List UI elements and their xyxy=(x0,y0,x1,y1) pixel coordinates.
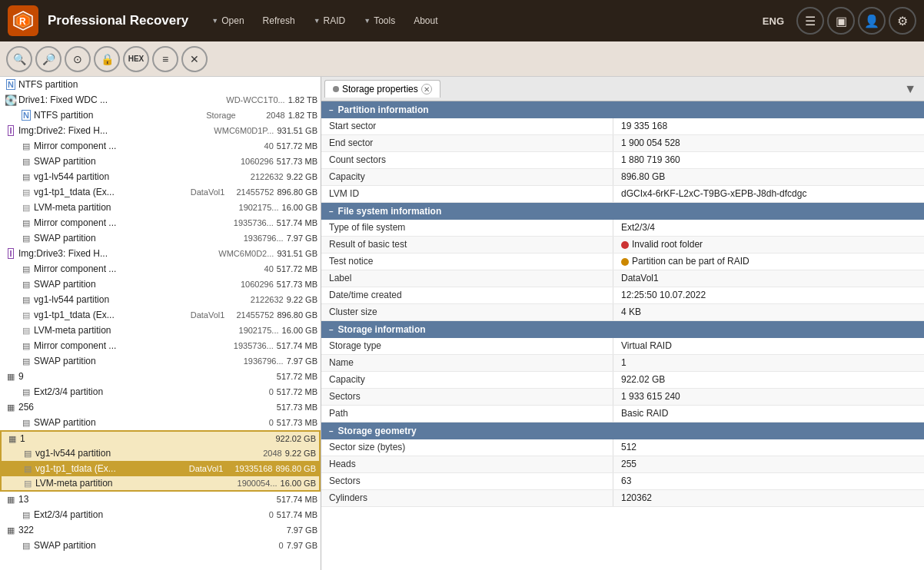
menu-refresh[interactable]: Refresh xyxy=(255,11,303,31)
section-title: File system information xyxy=(338,206,442,217)
tree-item-size: 517.74 MB xyxy=(277,341,317,350)
tree-item-size: 7.97 GB xyxy=(287,541,317,550)
tree-item[interactable]: ▤Mirror component ...1935736...517.74 MB xyxy=(0,338,321,353)
tree-item[interactable]: ▤vg1-lv544 partition20489.22 GB xyxy=(0,446,321,461)
tree-item[interactable]: ▤vg1-tp1_tdata (Ex...DataVol119335168896… xyxy=(0,461,321,476)
prop-row: Cluster size4 KB xyxy=(321,304,924,321)
prop-row: Name1 xyxy=(321,355,924,372)
prop-row: Capacity922.02 GB xyxy=(321,372,924,389)
section-header[interactable]: –File system information xyxy=(321,203,924,220)
tree-item[interactable]: ▤vg1-tp1_tdata (Ex...DataVol121455752896… xyxy=(0,184,321,200)
tree-item-label: LVM-meta partition xyxy=(34,202,230,213)
section-toggle[interactable]: – xyxy=(329,207,334,216)
section-toggle[interactable]: – xyxy=(329,106,334,114)
tree-item[interactable]: ▦13517.74 MB xyxy=(0,492,321,507)
section-header[interactable]: –Storage geometry xyxy=(321,423,924,439)
tree-item-icon: ▤ xyxy=(20,463,35,474)
prop-val: 1 xyxy=(613,355,924,371)
tree-item-size: 9.22 GB xyxy=(287,295,317,304)
tree-item[interactable]: ▦9517.72 MB xyxy=(0,369,321,384)
tree-item[interactable]: NNTFS partition xyxy=(0,77,321,92)
status-dot-orange xyxy=(621,258,629,266)
prop-row: Capacity896.80 GB xyxy=(321,169,924,186)
tab-close-button[interactable]: ✕ xyxy=(421,84,432,94)
list-icon-btn[interactable]: ☰ xyxy=(796,7,824,35)
prop-val: Ext2/3/4 xyxy=(613,220,924,236)
section-title: Storage information xyxy=(338,324,426,335)
section-toggle[interactable]: – xyxy=(329,326,334,334)
tree-item[interactable]: 💽Drive1: Fixed WDC ...WD-WCC1T0...1.82 T… xyxy=(0,92,321,108)
tree-item-icon: ▦ xyxy=(5,433,20,444)
tree-item[interactable]: IImg:Drive3: Fixed H...WMC6M0D2...931.51… xyxy=(0,246,321,261)
tree-item-size: 517.74 MB xyxy=(277,495,317,504)
section-header[interactable]: –Partition information xyxy=(321,101,924,118)
filter-icon[interactable]: ▼ xyxy=(899,82,921,96)
tree-item[interactable]: ▤LVM-meta partition1902175...16.00 GB xyxy=(0,323,321,338)
menu-open[interactable]: ▼ Open xyxy=(204,11,251,31)
hex-button[interactable]: HEX xyxy=(123,46,149,72)
tree-item-label: NTFS partition xyxy=(34,110,203,121)
prop-row: Sectors63 xyxy=(321,473,924,490)
tree-item[interactable]: NNTFS partitionStorage20481.82 TB xyxy=(0,108,321,123)
tree-item-icon: ▤ xyxy=(18,156,34,167)
tree-item-extra: WD-WCC1T0... xyxy=(226,95,284,104)
tab-label: Storage properties xyxy=(342,84,418,94)
tree-item[interactable]: ▤vg1-tp1_tdata (Ex...DataVol121455752896… xyxy=(0,307,321,323)
svg-text:R: R xyxy=(19,16,26,27)
list-button[interactable]: ≡ xyxy=(152,46,178,72)
scan-button[interactable]: ⊙ xyxy=(65,46,91,72)
tree-item[interactable]: ▦1922.02 GB xyxy=(0,430,321,446)
tree-item[interactable]: ▤LVM-meta partition1900054...16.00 GB xyxy=(0,476,321,492)
tree-item[interactable]: ▤vg1-lv544 partition21226329.22 GB xyxy=(0,292,321,307)
user-icon-btn[interactable]: 👤 xyxy=(858,7,886,35)
menu-raid[interactable]: ▼ RAID xyxy=(306,11,354,31)
tree-item[interactable]: ▤SWAP partition0517.73 MB xyxy=(0,415,321,430)
prop-val: Partition can be part of RAID xyxy=(613,254,924,270)
settings-icon-btn[interactable]: ⚙ xyxy=(889,7,916,35)
tree-item[interactable]: ▤Ext2/3/4 partition0517.74 MB xyxy=(0,507,321,522)
tree-item-col2: 40 xyxy=(228,141,274,151)
menu-about[interactable]: About xyxy=(406,11,445,31)
tree-item[interactable]: ▤SWAP partition1936796...7.97 GB xyxy=(0,230,321,246)
prop-key: Type of file system xyxy=(321,220,613,236)
tree-item-label: Mirror component ... xyxy=(34,263,224,274)
tree-item[interactable]: ▦256517.73 MB xyxy=(0,399,321,415)
raid-arrow: ▼ xyxy=(314,17,321,25)
tree-item[interactable]: ▤Mirror component ...40517.72 MB xyxy=(0,261,321,277)
tree-item-label: Drive1: Fixed WDC ... xyxy=(18,94,223,105)
tree-item-label: SWAP partition xyxy=(34,279,224,290)
tree-item[interactable]: ▤Mirror component ...1935736...517.74 MB xyxy=(0,215,321,230)
prop-key: End sector xyxy=(321,135,613,151)
lock-button[interactable]: 🔒 xyxy=(94,46,120,72)
tree-item[interactable]: ▤vg1-lv544 partition21226329.22 GB xyxy=(0,169,321,184)
tree-item[interactable]: ▤LVM-meta partition1902175...16.00 GB xyxy=(0,200,321,215)
tree-item-label: Img:Drive3: Fixed H... xyxy=(18,248,215,259)
section-header[interactable]: –Storage information xyxy=(321,321,924,338)
tree-item[interactable]: ▤SWAP partition1060296517.73 MB xyxy=(0,154,321,169)
tree-item[interactable]: ▤SWAP partition1060296517.73 MB xyxy=(0,277,321,292)
prop-row: End sector1 900 054 528 xyxy=(321,135,924,152)
prop-row: Cylinders120362 xyxy=(321,490,924,507)
menu-tools[interactable]: ▼ Tools xyxy=(356,11,403,31)
tree-item-icon: ▤ xyxy=(18,386,34,397)
section-toggle[interactable]: – xyxy=(329,427,334,436)
search-button[interactable]: 🔍 xyxy=(6,46,32,72)
tree-item-icon: ▤ xyxy=(18,340,34,351)
prop-key: Sectors xyxy=(321,389,613,405)
lang-button[interactable]: ENG xyxy=(753,11,793,31)
tree-item[interactable]: ▦3227.97 GB xyxy=(0,522,321,538)
close-tool-button[interactable]: ✕ xyxy=(181,46,208,72)
tree-item[interactable]: ▤Mirror component ...40517.72 MB xyxy=(0,138,321,154)
tree-item-icon: ▤ xyxy=(18,171,34,182)
tree-item-size: 7.97 GB xyxy=(287,356,317,366)
tree-item-size: 517.73 MB xyxy=(277,280,317,289)
storage-properties-tab[interactable]: Storage properties ✕ xyxy=(324,80,440,98)
tree-item[interactable]: ▤Ext2/3/4 partition0517.72 MB xyxy=(0,384,321,399)
zoom-button[interactable]: 🔎 xyxy=(35,46,61,72)
tree-item[interactable]: ▤SWAP partition1936796...7.97 GB xyxy=(0,353,321,369)
tree-item-icon: I xyxy=(3,248,18,259)
prop-key: Result of basic test xyxy=(321,237,613,253)
tree-item[interactable]: ▤SWAP partition07.97 GB xyxy=(0,538,321,553)
tree-item[interactable]: IImg:Drive2: Fixed H...WMC6M0D1P...931.5… xyxy=(0,123,321,138)
panel-icon-btn[interactable]: ▣ xyxy=(827,7,855,35)
